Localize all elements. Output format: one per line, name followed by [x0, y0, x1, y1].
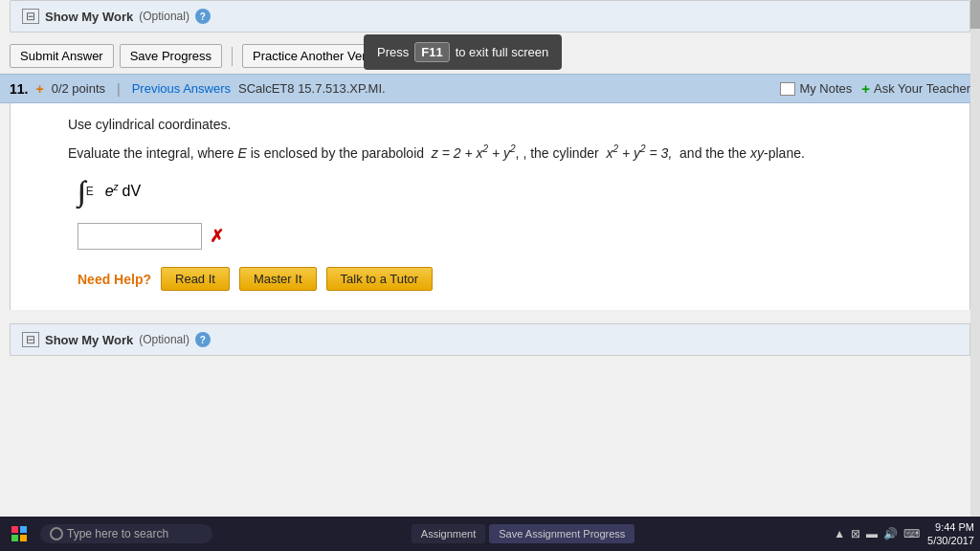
button-separator — [232, 47, 233, 66]
statement-part2: is enclosed by the paraboloid — [251, 145, 424, 161]
plus-icon: + — [861, 80, 870, 97]
notes-icon — [780, 82, 795, 96]
fullscreen-tooltip: Press F11 to exit full screen — [364, 34, 562, 70]
points-text: 0/2 points — [52, 81, 105, 96]
problem-instruction: Use cylindrical coordinates. — [68, 117, 950, 132]
plane-end: -plane. — [764, 145, 805, 161]
taskbar-search[interactable]: Type here to search — [40, 524, 212, 543]
taskbar-tabs: Assignment Save Assignment Progress — [412, 524, 635, 543]
problem-content: Use cylindrical coordinates. Evaluate th… — [10, 103, 970, 310]
my-notes-label: My Notes — [799, 81, 852, 96]
toggle-icon-top[interactable]: ⊟ — [22, 9, 39, 24]
statement-part1: Evaluate the integral, where — [68, 145, 234, 161]
tooltip-message: to exit full screen — [456, 45, 549, 59]
submit-answer-button[interactable]: Submit Answer — [10, 44, 114, 68]
ask-teacher-label: Ask Your Teacher — [874, 81, 970, 96]
optional-label-top: (Optional) — [139, 10, 189, 23]
add-icon[interactable]: + — [35, 81, 43, 97]
taskbar: Type here to search Assignment Save Assi… — [0, 517, 980, 551]
search-circle-icon — [50, 527, 63, 540]
read-it-button[interactable]: Read It — [161, 267, 230, 291]
problem-header-row: 11. + 0/2 points | Previous Answers SCal… — [0, 74, 980, 103]
help-icon-bottom[interactable]: ? — [195, 332, 211, 347]
integral-display: ∫∫∫ E ez dV — [78, 175, 950, 208]
win-cell-red — [11, 526, 18, 533]
need-help-label: Need Help? — [78, 272, 151, 287]
answer-input[interactable] — [78, 223, 202, 250]
keyboard-icon: ⌨ — [903, 527, 920, 540]
and-text: and the — [679, 145, 724, 161]
integral-subscript-E: E — [86, 185, 94, 198]
integral-dv: dV — [122, 183, 142, 200]
wifi-icon: ⊠ — [851, 527, 860, 540]
answer-row: ✗ — [78, 223, 950, 250]
xy-plane-text: xy — [750, 145, 764, 161]
tooltip-press-label: Press — [377, 45, 409, 59]
system-icons: ▲ ⊠ ▬ 🔊 ⌨ — [834, 527, 920, 540]
e-variable: E — [237, 145, 246, 161]
toggle-icon-bottom[interactable]: ⊟ — [22, 332, 39, 347]
integral-exponent: z — [114, 182, 119, 192]
cylinder-eq: x2 + y2 = 3, — [607, 145, 673, 161]
clock-time: 9:44 PM — [927, 520, 974, 534]
show-my-work-top-label: Show My Work — [45, 10, 133, 24]
problem-left-info: 11. + 0/2 points | Previous Answers SCal… — [10, 81, 386, 97]
search-placeholder-text: Type here to search — [67, 527, 168, 540]
windows-logo — [11, 526, 27, 541]
win-cell-yellow — [20, 535, 27, 541]
volume-icon: 🔊 — [883, 527, 898, 540]
win-cell-green — [11, 535, 18, 541]
taskbar-left: Type here to search — [6, 520, 212, 547]
battery-icon: ▬ — [866, 527, 878, 540]
wrong-icon: ✗ — [210, 226, 224, 247]
integral-function: ez — [105, 182, 119, 200]
show-my-work-top-section: ⊟ Show My Work (Optional) ? — [10, 0, 970, 33]
show-my-work-bottom-label: Show My Work — [45, 333, 133, 347]
need-help-row: Need Help? Read It Master It Talk to a T… — [78, 267, 950, 291]
master-it-button[interactable]: Master It — [239, 267, 317, 291]
win-cell-blue — [20, 526, 27, 533]
network-icon: ▲ — [834, 527, 845, 540]
ask-teacher-button[interactable]: + Ask Your Teacher — [861, 80, 970, 97]
system-clock: 9:44 PM 5/30/2017 — [927, 520, 974, 548]
f11-key: F11 — [414, 42, 449, 62]
save-progress-button[interactable]: Save Progress — [120, 44, 222, 68]
show-my-work-bottom-section: ⊟ Show My Work (Optional) ? — [10, 323, 970, 356]
separator-bar: | — [117, 81, 121, 97]
taskbar-tab-assignment[interactable]: Assignment — [412, 524, 485, 543]
taskbar-right: ▲ ⊠ ▬ 🔊 ⌨ 9:44 PM 5/30/2017 — [834, 520, 974, 548]
clock-date: 5/30/2017 — [927, 534, 974, 547]
windows-start-button[interactable] — [6, 520, 33, 547]
problem-number: 11. — [10, 81, 28, 97]
scrollbar-thumb[interactable] — [970, 0, 980, 29]
my-notes-button[interactable]: My Notes — [780, 81, 852, 96]
previous-answers-link[interactable]: Previous Answers — [132, 81, 231, 96]
statement-cylinder: , the cylinder — [523, 145, 598, 161]
optional-label-bottom: (Optional) — [139, 333, 189, 346]
triple-integral-symbol: ∫∫∫ — [78, 175, 78, 208]
problem-right-actions: My Notes + Ask Your Teacher — [780, 80, 970, 97]
taskbar-tab-save[interactable]: Save Assignment Progress — [489, 524, 635, 543]
talk-to-tutor-button[interactable]: Talk to a Tutor — [326, 267, 434, 291]
paraboloid-eq: z = 2 + x2 + y2 — [432, 145, 516, 161]
scrollbar[interactable] — [970, 0, 980, 517]
problem-statement: Evaluate the integral, where E is enclos… — [68, 142, 950, 164]
help-icon-top[interactable]: ? — [195, 9, 211, 24]
problem-code: SCalcET8 15.7.513.XP.MI. — [238, 81, 386, 96]
